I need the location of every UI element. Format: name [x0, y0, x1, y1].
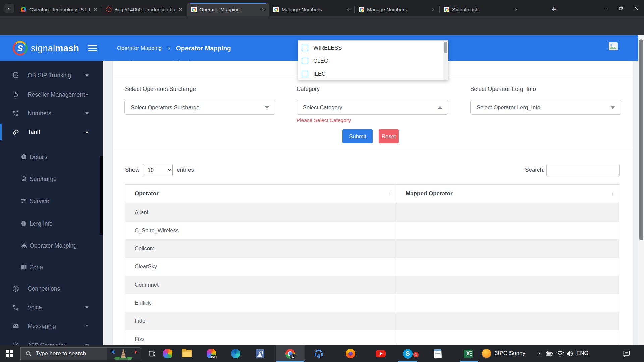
language-indicator[interactable]: ENG — [576, 350, 589, 357]
new-tab-button[interactable]: + — [548, 4, 559, 15]
volume-button[interactable] — [566, 350, 574, 359]
taskbar-search[interactable]: Type here to search — [20, 347, 140, 360]
tab-close-icon[interactable] — [513, 7, 519, 13]
youtube-button[interactable] — [373, 345, 388, 362]
wifi-button[interactable] — [556, 350, 564, 359]
sidebar-item-numbers[interactable]: Numbers — [0, 104, 103, 123]
sidebar-item-operator-mapping[interactable]: Operator Mapping — [0, 236, 103, 255]
notepad-icon — [434, 349, 442, 358]
tab-bug-14050[interactable]: Bug #14050: Production bu — [102, 3, 187, 16]
sidebar-item-details[interactable]: Details — [0, 147, 103, 166]
search-label: Search: — [525, 167, 545, 173]
tab-close-icon[interactable] — [177, 7, 183, 13]
sidebar-item-surcharge[interactable]: Surcharge — [0, 170, 103, 188]
tab-signalmash[interactable]: Signalmash — [440, 3, 522, 16]
category-error-text: Please Select Category — [297, 117, 351, 123]
signalmash-favicon-icon — [273, 7, 279, 12]
sidebar-item-zone[interactable]: Zone — [0, 258, 103, 277]
envelope-icon — [12, 322, 20, 330]
checkbox[interactable] — [302, 45, 308, 51]
checkbox[interactable] — [302, 71, 308, 77]
notification-center-button[interactable] — [622, 350, 630, 359]
tab-close-icon[interactable] — [92, 7, 98, 13]
youtube-icon — [376, 350, 386, 357]
search-highlight-image[interactable] — [107, 347, 140, 360]
dropdown-option-ilec[interactable]: ILEC — [298, 67, 442, 80]
edge-button[interactable] — [228, 345, 244, 362]
chrome-profile-badge-icon — [290, 353, 296, 360]
sidebar-item-messaging[interactable]: Messaging — [0, 317, 103, 336]
chevron-down-icon — [610, 106, 615, 109]
tab-close-icon[interactable] — [430, 7, 436, 13]
signalmash-favicon-icon — [359, 7, 364, 12]
breadcrumb-section[interactable]: Operator Mapping — [117, 45, 162, 51]
sidebar-item-service[interactable]: Service — [0, 192, 103, 210]
surcharge-select[interactable]: Select Operators Surcharge — [124, 100, 275, 115]
tab-close-icon[interactable] — [345, 7, 351, 13]
page-scrollbar[interactable] — [638, 35, 644, 345]
category-select[interactable]: Select Category — [297, 100, 448, 115]
map-icon — [20, 264, 28, 272]
submit-button[interactable]: Submit — [342, 129, 373, 143]
lerg-select[interactable]: Select Operator Lerg_Info — [470, 100, 621, 115]
tab-gventure[interactable]: GVenture Technology Pvt. L — [17, 3, 102, 16]
firefox-button[interactable] — [343, 345, 358, 362]
m365-copilot-button[interactable]: M365 — [204, 345, 219, 362]
column-header-operator[interactable]: Operator ↑↓ — [125, 185, 396, 203]
chrome-button[interactable] — [276, 345, 305, 362]
tab-manage-numbers-1[interactable]: Manage Numbers — [269, 3, 354, 16]
start-button[interactable] — [0, 345, 19, 362]
sidebar-toggle-button[interactable] — [88, 45, 97, 53]
page-size-select[interactable]: 10 — [143, 164, 173, 176]
sidebar-item-reseller-management[interactable]: Reseller Management — [0, 85, 103, 104]
dropdown-scrollbar[interactable] — [443, 41, 448, 80]
signalmash-favicon-icon — [191, 7, 197, 12]
page-scrollbar-thumb[interactable] — [639, 39, 643, 240]
checkbox[interactable] — [302, 58, 308, 64]
redmine-favicon-icon — [106, 7, 112, 12]
sidebar-item-tariff[interactable]: Tariff — [0, 123, 103, 141]
chevron-up-icon — [85, 131, 89, 133]
battery-button[interactable] — [546, 350, 554, 359]
chevron-up-icon — [438, 106, 442, 109]
dropdown-option-clec[interactable]: CLEC — [298, 54, 442, 67]
photos-app-button[interactable] — [252, 345, 268, 362]
table-row: ClearSky — [125, 257, 619, 276]
reset-button[interactable]: Reset — [379, 129, 399, 143]
dropdown-option-wireless[interactable]: WIRELESS — [298, 41, 442, 54]
sidebar: S signalmash OB SIP Trunking Reseller Ma… — [0, 35, 103, 345]
surcharge-label: Select Operators Surcharge — [125, 86, 196, 93]
notepad-button[interactable] — [430, 345, 445, 362]
copilot-icon — [163, 349, 172, 358]
sidebar-item-lerg-info[interactable]: Lerg Info — [0, 214, 103, 233]
sidebar-item-ob-sip-trunking[interactable]: OB SIP Trunking — [0, 66, 103, 85]
excel-icon: X — [464, 350, 473, 358]
weather-text[interactable]: 38°C Sunny — [495, 350, 525, 357]
tab-close-icon[interactable] — [260, 7, 266, 13]
sidebar-item-connections[interactable]: Connections — [0, 279, 103, 298]
sidebar-item-voice[interactable]: Voice — [0, 298, 103, 317]
skype-button[interactable]: S — [400, 345, 415, 362]
column-header-mapped-operator[interactable]: Mapped Operator ↑↓ — [396, 185, 619, 203]
skype-icon: S — [403, 349, 413, 359]
hexagon-app-button[interactable] — [311, 345, 326, 362]
sync-icon — [12, 91, 20, 99]
excel-button[interactable]: X — [460, 345, 476, 362]
search-input[interactable] — [546, 164, 620, 177]
tab-manage-numbers-2[interactable]: Manage Numbers — [355, 3, 439, 16]
weather-sun-icon[interactable] — [482, 349, 491, 358]
file-explorer-button[interactable] — [179, 345, 195, 362]
header-profile-image[interactable] — [609, 42, 618, 50]
copilot-app-button[interactable] — [160, 345, 175, 362]
chevron-down-icon — [85, 325, 89, 327]
close-window-button[interactable] — [629, 0, 644, 16]
tab-search-button[interactable] — [4, 4, 14, 13]
taskbar: Type here to search M365 — [0, 345, 644, 362]
tab-operator-mapping[interactable]: Operator Mapping — [187, 3, 269, 16]
coins-icon — [20, 175, 28, 183]
minimize-button[interactable] — [598, 0, 613, 16]
maximize-button[interactable] — [613, 0, 629, 16]
tray-expand-button[interactable] — [536, 351, 541, 358]
task-view-button[interactable] — [144, 345, 160, 362]
sidebar-scrollbar-thumb[interactable] — [100, 156, 103, 235]
